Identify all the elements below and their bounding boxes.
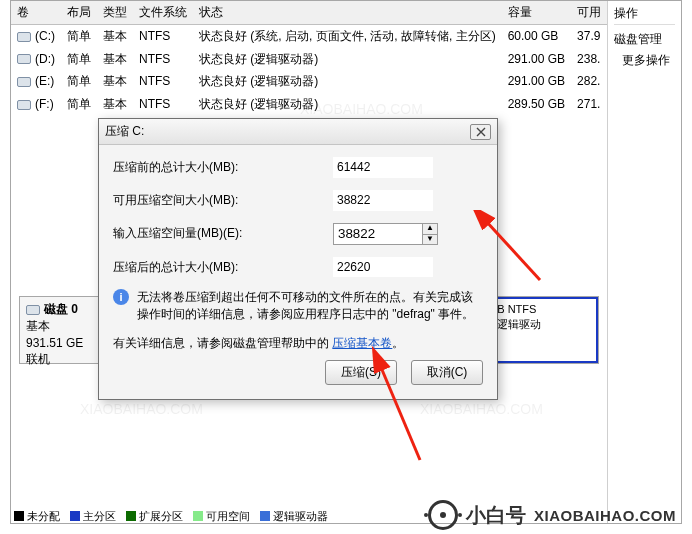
action-more[interactable]: 更多操作 <box>622 50 675 71</box>
actions-header: 操作 <box>614 5 675 25</box>
col-layout[interactable]: 布局 <box>61 1 97 24</box>
shrink-amount-input[interactable] <box>333 223 423 245</box>
label-available: 可用压缩空间大小(MB): <box>113 192 333 209</box>
col-fs[interactable]: 文件系统 <box>133 1 193 24</box>
table-row[interactable]: (E:)简单基本NTFS状态良好 (逻辑驱动器)291.00 GB282. <box>11 70 607 93</box>
col-free[interactable]: 可用 <box>571 1 607 24</box>
drive-icon <box>17 32 31 42</box>
disk-type: 基本 <box>26 318 95 335</box>
table-row[interactable]: (D:)简单基本NTFS状态良好 (逻辑驱动器)291.00 GB238. <box>11 48 607 71</box>
legend-label: 主分区 <box>83 509 116 524</box>
table-row[interactable]: (F:)简单基本NTFS状态良好 (逻辑驱动器)289.50 GB271. <box>11 93 607 116</box>
actions-pane: 操作 磁盘管理 更多操作 <box>608 1 681 523</box>
watermark-logo: 小白号 XIAOBAIHAO.COM <box>428 500 676 530</box>
cancel-button[interactable]: 取消(C) <box>411 360 483 385</box>
legend: 未分配 主分区 扩展分区 可用空间 逻辑驱动器 <box>14 509 328 524</box>
disk-size: 931.51 GE <box>26 335 95 352</box>
legend-swatch-primary <box>70 511 80 521</box>
info-icon: i <box>113 289 129 305</box>
drive-icon <box>17 77 31 87</box>
drive-icon <box>17 100 31 110</box>
legend-label: 未分配 <box>27 509 60 524</box>
close-icon <box>476 127 486 137</box>
help-suffix: 。 <box>392 336 404 350</box>
spinner-up[interactable]: ▲ <box>423 224 437 234</box>
legend-swatch-extended <box>126 511 136 521</box>
dialog-titlebar[interactable]: 压缩 C: <box>99 119 497 145</box>
watermark-text-en: XIAOBAIHAO.COM <box>534 505 676 526</box>
value-total-before: 61442 <box>333 157 433 178</box>
disk-info: 磁盘 0 基本 931.51 GE 联机 <box>20 297 102 363</box>
drive-icon <box>17 54 31 64</box>
close-button[interactable] <box>470 124 491 140</box>
partition-status: 逻辑驱动 <box>497 317 590 332</box>
col-type[interactable]: 类型 <box>97 1 133 24</box>
partition-block[interactable]: B NTFS 逻辑驱动 <box>489 297 598 363</box>
watermark-text-cn: 小白号 <box>466 501 526 529</box>
disk-online: 联机 <box>26 351 95 368</box>
legend-label: 逻辑驱动器 <box>273 509 328 524</box>
label-shrink-amount: 输入压缩空间量(MB)(E): <box>113 225 333 242</box>
spinner-down[interactable]: ▼ <box>423 234 437 244</box>
dialog-title: 压缩 C: <box>105 123 470 140</box>
disk-icon <box>26 305 40 315</box>
shrink-dialog: 压缩 C: 压缩前的总计大小(MB): 61442 可用压缩空间大小(MB): … <box>98 118 498 400</box>
disk-title: 磁盘 0 <box>44 302 78 316</box>
help-prefix: 有关详细信息，请参阅磁盘管理帮助中的 <box>113 336 329 350</box>
legend-label: 扩展分区 <box>139 509 183 524</box>
value-available: 38822 <box>333 190 433 211</box>
value-total-after: 22620 <box>333 257 433 278</box>
help-link[interactable]: 压缩基本卷 <box>332 336 392 350</box>
partition-fs: B NTFS <box>497 302 590 317</box>
col-status[interactable]: 状态 <box>193 1 502 24</box>
action-disk-management[interactable]: 磁盘管理 <box>614 29 675 50</box>
volume-table: 卷 布局 类型 文件系统 状态 容量 可用 (C:)简单基本NTFS状态良好 (… <box>11 1 607 116</box>
legend-label: 可用空间 <box>206 509 250 524</box>
col-capacity[interactable]: 容量 <box>502 1 571 24</box>
label-total-after: 压缩后的总计大小(MB): <box>113 259 333 276</box>
table-row[interactable]: (C:)简单基本NTFS状态良好 (系统, 启动, 页面文件, 活动, 故障转储… <box>11 24 607 47</box>
info-message: i 无法将卷压缩到超出任何不可移动的文件所在的点。有关完成该操作时间的详细信息，… <box>113 289 483 323</box>
col-volume[interactable]: 卷 <box>11 1 61 24</box>
legend-swatch-logical <box>260 511 270 521</box>
legend-swatch-unallocated <box>14 511 24 521</box>
legend-swatch-free <box>193 511 203 521</box>
help-line: 有关详细信息，请参阅磁盘管理帮助中的 压缩基本卷。 <box>113 335 483 352</box>
shrink-button[interactable]: 压缩(S) <box>325 360 397 385</box>
label-total-before: 压缩前的总计大小(MB): <box>113 159 333 176</box>
info-text: 无法将卷压缩到超出任何不可移动的文件所在的点。有关完成该操作时间的详细信息，请参… <box>137 289 483 323</box>
